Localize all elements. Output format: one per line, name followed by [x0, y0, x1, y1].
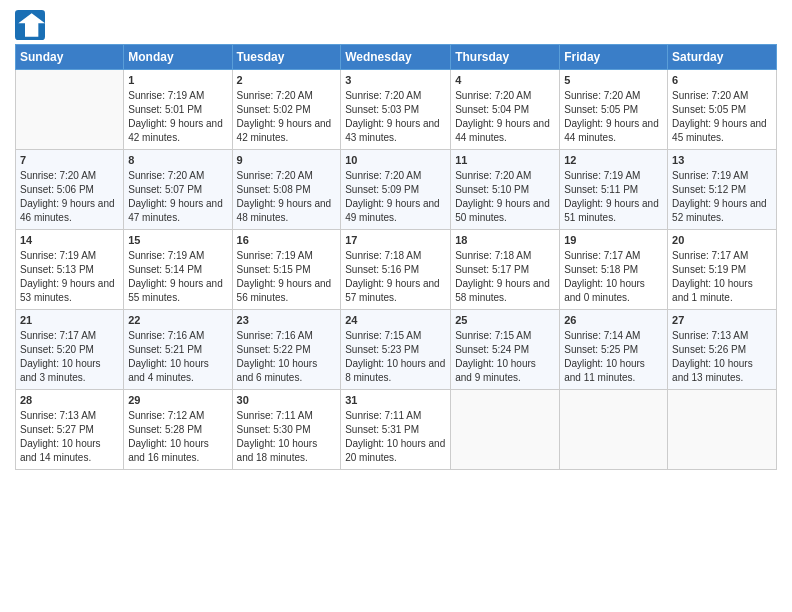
week-row-3: 14 Sunrise: 7:19 AM Sunset: 5:13 PM Dayl… — [16, 230, 777, 310]
calendar-cell — [451, 390, 560, 470]
daylight-text: Daylight: 10 hours and 16 minutes. — [128, 438, 209, 463]
sunset-text: Sunset: 5:08 PM — [237, 184, 311, 195]
sunset-text: Sunset: 5:03 PM — [345, 104, 419, 115]
daylight-text: Daylight: 9 hours and 44 minutes. — [455, 118, 550, 143]
day-number: 16 — [237, 233, 337, 248]
day-number: 19 — [564, 233, 663, 248]
sunrise-text: Sunrise: 7:19 AM — [672, 170, 748, 181]
sunset-text: Sunset: 5:30 PM — [237, 424, 311, 435]
sunset-text: Sunset: 5:23 PM — [345, 344, 419, 355]
calendar-cell: 29 Sunrise: 7:12 AM Sunset: 5:28 PM Dayl… — [124, 390, 232, 470]
sunset-text: Sunset: 5:10 PM — [455, 184, 529, 195]
page-container: SundayMondayTuesdayWednesdayThursdayFrid… — [0, 0, 792, 480]
calendar-cell — [560, 390, 668, 470]
day-number: 23 — [237, 313, 337, 328]
col-header-wednesday: Wednesday — [341, 45, 451, 70]
calendar-cell: 11 Sunrise: 7:20 AM Sunset: 5:10 PM Dayl… — [451, 150, 560, 230]
daylight-text: Daylight: 9 hours and 57 minutes. — [345, 278, 440, 303]
calendar-cell: 30 Sunrise: 7:11 AM Sunset: 5:30 PM Dayl… — [232, 390, 341, 470]
calendar-cell: 28 Sunrise: 7:13 AM Sunset: 5:27 PM Dayl… — [16, 390, 124, 470]
daylight-text: Daylight: 9 hours and 43 minutes. — [345, 118, 440, 143]
day-number: 25 — [455, 313, 555, 328]
sunset-text: Sunset: 5:05 PM — [564, 104, 638, 115]
day-number: 28 — [20, 393, 119, 408]
day-number: 27 — [672, 313, 772, 328]
calendar-cell: 3 Sunrise: 7:20 AM Sunset: 5:03 PM Dayli… — [341, 70, 451, 150]
header — [15, 10, 777, 40]
calendar-cell: 12 Sunrise: 7:19 AM Sunset: 5:11 PM Dayl… — [560, 150, 668, 230]
daylight-text: Daylight: 10 hours and 14 minutes. — [20, 438, 101, 463]
calendar-cell: 22 Sunrise: 7:16 AM Sunset: 5:21 PM Dayl… — [124, 310, 232, 390]
day-number: 13 — [672, 153, 772, 168]
daylight-text: Daylight: 10 hours and 4 minutes. — [128, 358, 209, 383]
daylight-text: Daylight: 9 hours and 55 minutes. — [128, 278, 223, 303]
sunrise-text: Sunrise: 7:17 AM — [564, 250, 640, 261]
calendar-table: SundayMondayTuesdayWednesdayThursdayFrid… — [15, 44, 777, 470]
calendar-cell: 8 Sunrise: 7:20 AM Sunset: 5:07 PM Dayli… — [124, 150, 232, 230]
sunrise-text: Sunrise: 7:11 AM — [237, 410, 313, 421]
sunrise-text: Sunrise: 7:19 AM — [564, 170, 640, 181]
col-header-friday: Friday — [560, 45, 668, 70]
daylight-text: Daylight: 9 hours and 47 minutes. — [128, 198, 223, 223]
calendar-cell: 18 Sunrise: 7:18 AM Sunset: 5:17 PM Dayl… — [451, 230, 560, 310]
calendar-cell: 9 Sunrise: 7:20 AM Sunset: 5:08 PM Dayli… — [232, 150, 341, 230]
daylight-text: Daylight: 9 hours and 48 minutes. — [237, 198, 332, 223]
day-number: 5 — [564, 73, 663, 88]
daylight-text: Daylight: 9 hours and 45 minutes. — [672, 118, 767, 143]
calendar-cell: 1 Sunrise: 7:19 AM Sunset: 5:01 PM Dayli… — [124, 70, 232, 150]
calendar-cell: 13 Sunrise: 7:19 AM Sunset: 5:12 PM Dayl… — [668, 150, 777, 230]
col-header-thursday: Thursday — [451, 45, 560, 70]
day-number: 2 — [237, 73, 337, 88]
sunrise-text: Sunrise: 7:16 AM — [237, 330, 313, 341]
sunrise-text: Sunrise: 7:13 AM — [20, 410, 96, 421]
week-row-2: 7 Sunrise: 7:20 AM Sunset: 5:06 PM Dayli… — [16, 150, 777, 230]
calendar-cell — [668, 390, 777, 470]
daylight-text: Daylight: 10 hours and 13 minutes. — [672, 358, 753, 383]
day-number: 22 — [128, 313, 227, 328]
sunrise-text: Sunrise: 7:20 AM — [128, 170, 204, 181]
daylight-text: Daylight: 9 hours and 46 minutes. — [20, 198, 115, 223]
daylight-text: Daylight: 10 hours and 11 minutes. — [564, 358, 645, 383]
sunrise-text: Sunrise: 7:20 AM — [20, 170, 96, 181]
day-number: 24 — [345, 313, 446, 328]
daylight-text: Daylight: 10 hours and 0 minutes. — [564, 278, 645, 303]
daylight-text: Daylight: 10 hours and 18 minutes. — [237, 438, 318, 463]
calendar-cell: 20 Sunrise: 7:17 AM Sunset: 5:19 PM Dayl… — [668, 230, 777, 310]
calendar-cell: 10 Sunrise: 7:20 AM Sunset: 5:09 PM Dayl… — [341, 150, 451, 230]
sunset-text: Sunset: 5:13 PM — [20, 264, 94, 275]
sunset-text: Sunset: 5:05 PM — [672, 104, 746, 115]
calendar-cell: 16 Sunrise: 7:19 AM Sunset: 5:15 PM Dayl… — [232, 230, 341, 310]
daylight-text: Daylight: 9 hours and 50 minutes. — [455, 198, 550, 223]
sunrise-text: Sunrise: 7:12 AM — [128, 410, 204, 421]
day-number: 12 — [564, 153, 663, 168]
daylight-text: Daylight: 9 hours and 44 minutes. — [564, 118, 659, 143]
day-number: 1 — [128, 73, 227, 88]
calendar-cell: 21 Sunrise: 7:17 AM Sunset: 5:20 PM Dayl… — [16, 310, 124, 390]
day-number: 3 — [345, 73, 446, 88]
daylight-text: Daylight: 9 hours and 42 minutes. — [237, 118, 332, 143]
col-header-saturday: Saturday — [668, 45, 777, 70]
sunrise-text: Sunrise: 7:16 AM — [128, 330, 204, 341]
day-number: 6 — [672, 73, 772, 88]
daylight-text: Daylight: 9 hours and 52 minutes. — [672, 198, 767, 223]
sunset-text: Sunset: 5:31 PM — [345, 424, 419, 435]
calendar-cell: 15 Sunrise: 7:19 AM Sunset: 5:14 PM Dayl… — [124, 230, 232, 310]
sunset-text: Sunset: 5:16 PM — [345, 264, 419, 275]
sunset-text: Sunset: 5:09 PM — [345, 184, 419, 195]
day-number: 17 — [345, 233, 446, 248]
sunset-text: Sunset: 5:15 PM — [237, 264, 311, 275]
calendar-cell: 24 Sunrise: 7:15 AM Sunset: 5:23 PM Dayl… — [341, 310, 451, 390]
sunrise-text: Sunrise: 7:20 AM — [345, 170, 421, 181]
sunrise-text: Sunrise: 7:17 AM — [672, 250, 748, 261]
daylight-text: Daylight: 10 hours and 9 minutes. — [455, 358, 536, 383]
day-number: 9 — [237, 153, 337, 168]
daylight-text: Daylight: 10 hours and 1 minute. — [672, 278, 753, 303]
sunset-text: Sunset: 5:14 PM — [128, 264, 202, 275]
calendar-cell: 19 Sunrise: 7:17 AM Sunset: 5:18 PM Dayl… — [560, 230, 668, 310]
sunset-text: Sunset: 5:19 PM — [672, 264, 746, 275]
sunset-text: Sunset: 5:02 PM — [237, 104, 311, 115]
sunrise-text: Sunrise: 7:20 AM — [455, 170, 531, 181]
sunrise-text: Sunrise: 7:18 AM — [345, 250, 421, 261]
col-header-monday: Monday — [124, 45, 232, 70]
sunset-text: Sunset: 5:20 PM — [20, 344, 94, 355]
